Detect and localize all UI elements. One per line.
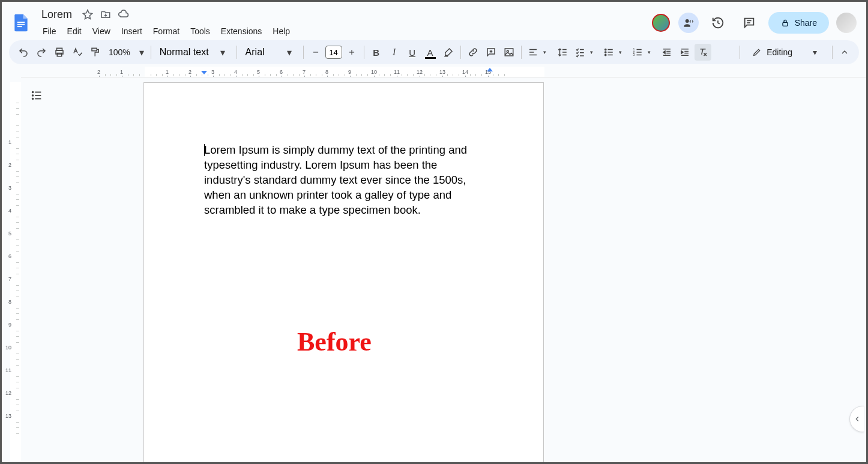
svg-rect-6 xyxy=(783,22,788,26)
chevron-down-icon: ▾ xyxy=(809,47,820,57)
text-color-button[interactable]: A xyxy=(422,44,439,61)
move-icon[interactable] xyxy=(100,8,112,20)
svg-point-51 xyxy=(32,95,34,96)
paint-format-button[interactable] xyxy=(87,44,104,61)
italic-button[interactable]: I xyxy=(386,44,403,61)
font-family-dropdown[interactable]: Arial ▾ xyxy=(241,44,300,61)
chevron-down-icon: ▾ xyxy=(136,47,147,58)
menu-insert[interactable]: Insert xyxy=(116,24,147,38)
title-block: Lorem File Edit View Insert Format Tools… xyxy=(38,6,295,40)
star-icon[interactable] xyxy=(82,8,94,20)
right-indent-marker[interactable] xyxy=(487,68,493,71)
docs-logo[interactable] xyxy=(9,11,33,35)
svg-rect-0 xyxy=(17,22,25,23)
svg-point-29 xyxy=(604,54,606,55)
spellcheck-button[interactable] xyxy=(69,44,86,61)
anonymous-badge[interactable] xyxy=(678,13,699,33)
underline-button[interactable]: U xyxy=(404,44,421,61)
menu-extensions[interactable]: Extensions xyxy=(216,24,267,38)
chevron-down-icon: ▾ xyxy=(644,49,655,55)
document-canvas[interactable]: Lorem Ipsum is simply dummy text of the … xyxy=(21,77,866,462)
undo-button[interactable] xyxy=(15,44,32,61)
share-label: Share xyxy=(795,18,817,28)
svg-rect-1 xyxy=(17,24,25,25)
chevron-down-icon: ▾ xyxy=(284,47,295,58)
svg-point-49 xyxy=(32,92,34,93)
first-line-indent-marker[interactable] xyxy=(201,71,207,74)
titlebar: Lorem File Edit View Insert Format Tools… xyxy=(2,2,866,40)
svg-rect-2 xyxy=(17,26,22,27)
line-spacing-button[interactable] xyxy=(554,44,571,61)
svg-rect-10 xyxy=(92,48,97,51)
zoom-dropdown[interactable]: 100% ▾ xyxy=(105,47,147,58)
menu-view[interactable]: View xyxy=(88,24,115,38)
font-size-input[interactable] xyxy=(325,46,342,59)
chevron-down-icon: ▾ xyxy=(615,49,626,55)
menu-format[interactable]: Format xyxy=(148,24,184,38)
document-title[interactable]: Lorem xyxy=(38,7,76,22)
cloud-status-icon[interactable] xyxy=(118,8,130,20)
history-icon[interactable] xyxy=(706,11,730,35)
increase-font-size-button[interactable] xyxy=(343,44,360,61)
bold-button[interactable]: B xyxy=(368,44,385,61)
menu-file[interactable]: File xyxy=(38,24,61,38)
align-button[interactable]: ▾ xyxy=(525,44,553,61)
paragraph-style-dropdown[interactable]: Normal text ▾ xyxy=(155,44,233,61)
svg-point-3 xyxy=(685,19,689,23)
user-avatar[interactable] xyxy=(836,13,857,33)
insert-link-button[interactable] xyxy=(465,44,481,61)
comments-icon[interactable] xyxy=(737,11,761,35)
numbered-list-button[interactable]: 123▾ xyxy=(630,44,657,61)
editing-mode-dropdown[interactable]: Editing ▾ xyxy=(744,43,828,61)
chevron-down-icon: ▾ xyxy=(540,49,550,55)
toolbar: 100% ▾ Normal text ▾ Arial ▾ B I U A ▾ ▾… xyxy=(9,40,859,64)
vertical-ruler[interactable]: 12345678910111213 xyxy=(2,77,21,462)
chevron-down-icon: ▾ xyxy=(586,49,597,55)
collapse-toolbar-button[interactable] xyxy=(836,44,853,61)
zoom-value: 100% xyxy=(105,47,134,57)
font-family-value: Arial xyxy=(246,47,276,58)
menu-help[interactable]: Help xyxy=(268,24,295,38)
show-outline-button[interactable] xyxy=(27,86,46,105)
paragraph-style-value: Normal text xyxy=(160,47,209,58)
checklist-button[interactable]: ▾ xyxy=(572,44,600,61)
share-button[interactable]: Share xyxy=(768,12,829,34)
menu-bar: File Edit View Insert Format Tools Exten… xyxy=(38,23,295,40)
editing-mode-label: Editing xyxy=(767,47,792,57)
decrease-font-size-button[interactable] xyxy=(307,44,324,61)
highlight-color-button[interactable] xyxy=(440,44,457,61)
menu-tools[interactable]: Tools xyxy=(185,24,215,38)
add-comment-button[interactable] xyxy=(483,44,499,61)
annotation-text: Before xyxy=(297,327,372,357)
svg-point-27 xyxy=(604,49,606,50)
bulleted-list-button[interactable]: ▾ xyxy=(601,44,628,61)
decrease-indent-button[interactable] xyxy=(659,44,675,61)
svg-point-53 xyxy=(32,98,34,100)
collaborator-avatar[interactable] xyxy=(651,13,671,33)
redo-button[interactable] xyxy=(33,44,50,61)
horizontal-ruler[interactable]: 21123456789101112131415 xyxy=(21,67,866,77)
titlebar-right: Share xyxy=(651,11,859,35)
increase-indent-button[interactable] xyxy=(677,44,693,61)
print-button[interactable] xyxy=(51,44,68,61)
svg-point-28 xyxy=(604,52,606,53)
chevron-down-icon: ▾ xyxy=(217,47,228,58)
svg-rect-16 xyxy=(505,49,513,56)
svg-text:3: 3 xyxy=(633,53,634,56)
clear-formatting-button[interactable] xyxy=(695,44,711,61)
page: Lorem Ipsum is simply dummy text of the … xyxy=(143,82,544,462)
insert-image-button[interactable] xyxy=(501,44,517,61)
menu-edit[interactable]: Edit xyxy=(62,24,86,38)
document-body[interactable]: Lorem Ipsum is simply dummy text of the … xyxy=(204,143,471,218)
